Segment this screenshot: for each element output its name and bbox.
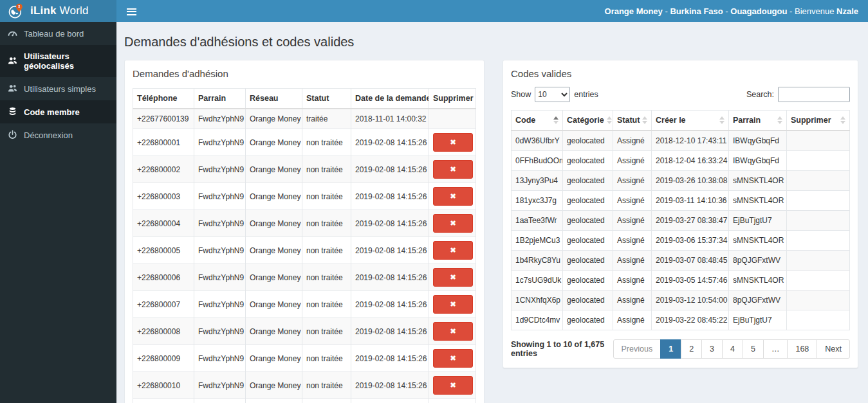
cell-telephone: +226800002 bbox=[133, 156, 194, 183]
cell-categorie: geolocated bbox=[563, 251, 613, 271]
sort-icon bbox=[719, 116, 725, 124]
codes-table-header-row: CodeCatégorieStatutCréer leParrainSuppri… bbox=[512, 111, 850, 131]
cell-code: 1c7sUG9dUk bbox=[512, 271, 563, 291]
cell-parrain: IBWqyGbqFd bbox=[729, 130, 787, 151]
delete-request-button[interactable]: ✖ bbox=[433, 241, 473, 260]
page-button-next[interactable]: Next bbox=[817, 339, 850, 359]
show-label: Show bbox=[511, 90, 531, 99]
code-row: 1c7sUG9dUkgeolocatedAssigné2019-03-05 14… bbox=[512, 271, 850, 291]
codes-column-header-statut[interactable]: Statut bbox=[613, 111, 652, 131]
requests-panel: Demandes d'adhésion TéléphoneParrainRése… bbox=[124, 60, 485, 403]
requests-table-body: +22677600139FwdhzYphN9Orange Moneytraité… bbox=[133, 109, 476, 403]
codes-column-header-supprimer[interactable]: Supprimer bbox=[787, 111, 850, 131]
cell-code: 0dW36UfbrY bbox=[512, 130, 563, 151]
column-label: Supprimer bbox=[791, 116, 831, 125]
page-length-control: Show10entries bbox=[511, 87, 598, 102]
cell-date: 2019-02-08 14:15:26 bbox=[351, 264, 429, 291]
codes-column-header-creer-le[interactable]: Créer le bbox=[652, 111, 729, 131]
codes-table: CodeCatégorieStatutCréer leParrainSuppri… bbox=[511, 110, 850, 330]
cell-statut: non traitée bbox=[302, 183, 351, 210]
cell-date: 2019-02-08 14:15:26 bbox=[351, 345, 429, 372]
requests-table: TéléphoneParrainRéseauStatutDate de la d… bbox=[133, 88, 476, 403]
cell-cree-le: 2018-12-10 17:43:11 bbox=[652, 130, 729, 151]
sort-icon bbox=[607, 116, 612, 124]
cell-statut: non traitée bbox=[302, 210, 351, 237]
cell-reseau: Orange Money bbox=[246, 372, 302, 399]
cell-parrain: sMNSKTL4OR bbox=[729, 191, 787, 211]
cell-statut: Assigné bbox=[613, 310, 652, 330]
delete-request-button[interactable]: ✖ bbox=[433, 133, 473, 152]
codes-column-header-categorie[interactable]: Catégorie bbox=[563, 111, 613, 131]
cell-supprimer bbox=[787, 271, 850, 291]
page-button-previous[interactable]: Previous bbox=[613, 339, 661, 359]
cell-date: 2018-11-01 14:00:32 bbox=[351, 109, 429, 129]
page-button-5[interactable]: 5 bbox=[743, 339, 764, 359]
cell-telephone: +226800006 bbox=[133, 264, 194, 291]
page-button-4[interactable]: 4 bbox=[722, 339, 743, 359]
delete-request-button[interactable]: ✖ bbox=[433, 160, 473, 179]
sidebar-toggle-icon[interactable] bbox=[124, 5, 140, 17]
delete-request-button[interactable]: ✖ bbox=[433, 214, 473, 233]
cell-cree-le: 2019-03-05 14:57:46 bbox=[652, 271, 729, 291]
cell-statut: Assigné bbox=[613, 211, 652, 231]
codes-column-header-parrain[interactable]: Parrain bbox=[729, 111, 787, 131]
cell-date: 2019-02-08 14:15:26 bbox=[351, 183, 429, 210]
sidebar-item-tableau-de-bord[interactable]: Tableau de bord bbox=[0, 22, 116, 45]
cell-code: 1d9CDtc4mv bbox=[512, 310, 563, 330]
cell-reseau: Orange Money bbox=[246, 129, 302, 156]
search-input[interactable] bbox=[778, 87, 850, 102]
page-button-2[interactable]: 2 bbox=[681, 339, 702, 359]
cell-supprimer: ✖ bbox=[429, 318, 476, 345]
cell-code: 1aaTee3fWr bbox=[512, 211, 563, 231]
cell-statut: non traitée bbox=[302, 399, 351, 403]
page-button-ellipsis[interactable]: … bbox=[763, 339, 788, 359]
code-row: 0dW36UfbrYgeolocatedAssigné2018-12-10 17… bbox=[512, 130, 850, 151]
delete-request-button[interactable]: ✖ bbox=[433, 349, 473, 368]
cell-supprimer bbox=[787, 310, 850, 330]
cell-date: 2019-02-08 14:15:26 bbox=[351, 129, 429, 156]
request-row: +22677600139FwdhzYphN9Orange Moneytraité… bbox=[133, 109, 476, 129]
page-length-select[interactable]: 10 bbox=[535, 87, 570, 102]
code-row: 1B2pjeMCu3geolocatedAssigné2019-03-06 15… bbox=[512, 231, 850, 251]
sort-icon bbox=[777, 116, 782, 124]
delete-request-button[interactable]: ✖ bbox=[433, 268, 473, 287]
cell-reseau: Orange Money bbox=[246, 345, 302, 372]
cell-statut: non traitée bbox=[302, 345, 351, 372]
cell-supprimer bbox=[787, 251, 850, 271]
cell-reseau: Orange Money bbox=[246, 109, 302, 129]
cell-reseau: Orange Money bbox=[246, 183, 302, 210]
delete-request-button[interactable]: ✖ bbox=[433, 295, 473, 314]
cell-statut: traitée bbox=[302, 109, 351, 129]
sidebar-item-deconnexion[interactable]: Déconnexion bbox=[0, 123, 116, 147]
cell-categorie: geolocated bbox=[563, 171, 613, 191]
cell-supprimer: ✖ bbox=[429, 372, 476, 399]
sidebar-item-utilisateurs-geolocalises[interactable]: Utilisateurs géolocalisés bbox=[0, 45, 116, 77]
cell-telephone: +22677600139 bbox=[133, 109, 194, 129]
cell-supprimer: ✖ bbox=[429, 156, 476, 183]
delete-request-button[interactable]: ✖ bbox=[433, 322, 473, 341]
cell-supprimer: ✖ bbox=[429, 345, 476, 372]
request-row: +226800330FwdhzYphN9Orange Moneynon trai… bbox=[133, 399, 476, 403]
page-button-3[interactable]: 3 bbox=[701, 339, 723, 359]
requests-column-header-supprimer: Supprimer bbox=[429, 89, 476, 109]
power-icon bbox=[8, 130, 18, 140]
page-title: Demandes d'adhésions et codes valides bbox=[124, 35, 858, 49]
code-row: 181yxc3J7ggeolocatedAssigné2019-03-11 14… bbox=[512, 191, 850, 211]
codes-column-header-code[interactable]: Code bbox=[512, 111, 563, 131]
page-button-1[interactable]: 1 bbox=[660, 339, 681, 359]
cell-reseau: Orange Money bbox=[246, 237, 302, 264]
sidebar-item-code-membre[interactable]: Code membre bbox=[0, 100, 116, 123]
sidebar-item-utilisateurs-simples[interactable]: Utilisateurs simples bbox=[0, 77, 116, 100]
cell-statut: non traitée bbox=[302, 129, 351, 156]
sidebar-item-label: Tableau de bord bbox=[24, 29, 84, 39]
cell-parrain: FwdhzYphN9 bbox=[194, 183, 246, 210]
cell-categorie: geolocated bbox=[563, 310, 613, 330]
cell-parrain: FwdhzYphN9 bbox=[194, 372, 246, 399]
search-label: Search: bbox=[746, 90, 774, 99]
delete-request-button[interactable]: ✖ bbox=[433, 187, 473, 206]
request-row: +226800009FwdhzYphN9Orange Moneynon trai… bbox=[133, 345, 476, 372]
cell-telephone: +226800009 bbox=[133, 345, 194, 372]
delete-request-button[interactable]: ✖ bbox=[433, 376, 473, 395]
brand[interactable]: $ iLink World bbox=[0, 0, 116, 22]
page-button-168[interactable]: 168 bbox=[787, 339, 817, 359]
